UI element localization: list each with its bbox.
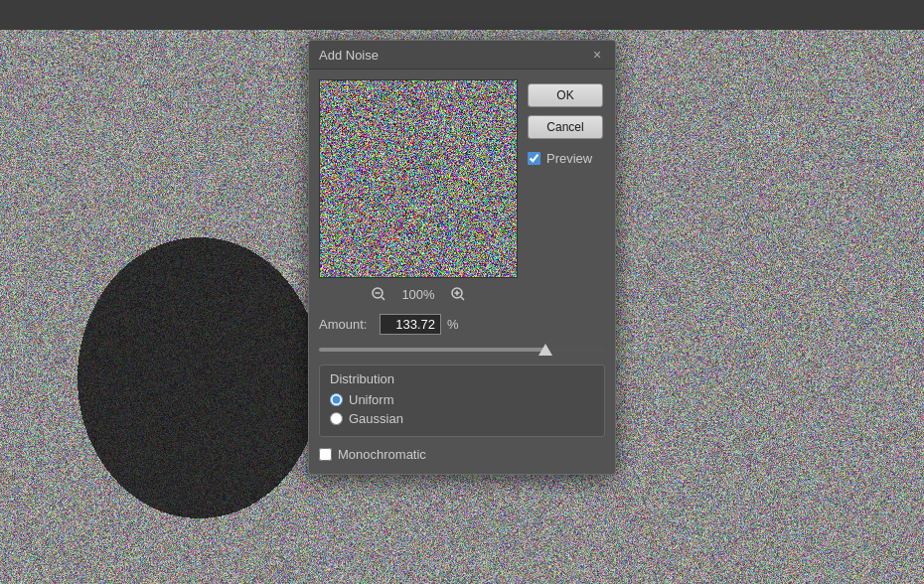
svg-line-4 <box>461 297 464 300</box>
ok-button[interactable]: OK <box>528 83 603 107</box>
distribution-section: Distribution Uniform Gaussian <box>309 365 615 447</box>
monochromatic-label: Monochromatic <box>338 447 426 462</box>
uniform-radio-label[interactable]: Uniform <box>330 392 594 407</box>
monochromatic-checkbox[interactable] <box>319 448 332 461</box>
noise-preview-canvas <box>320 80 518 278</box>
close-button[interactable]: × <box>589 47 605 63</box>
preview-checkbox[interactable] <box>528 152 540 165</box>
svg-line-1 <box>382 297 385 300</box>
zoom-controls: 100% <box>367 284 470 304</box>
amount-slider-wrapper <box>319 341 605 359</box>
percent-symbol: % <box>447 317 459 332</box>
amount-label: Amount: <box>319 317 374 332</box>
zoom-in-button[interactable] <box>446 284 470 304</box>
gaussian-radio-label[interactable]: Gaussian <box>330 411 594 426</box>
dialog-titlebar: Add Noise × <box>309 41 615 70</box>
dialog-body: 100% OK Cancel Preview <box>309 70 615 314</box>
dialog-overlay: Add Noise × 100% <box>0 0 924 584</box>
dialog-title: Add Noise <box>319 48 379 63</box>
preview-label: Preview <box>546 151 592 166</box>
uniform-label: Uniform <box>349 392 394 407</box>
preview-checkbox-label[interactable]: Preview <box>528 151 603 166</box>
zoom-out-button[interactable] <box>367 284 390 304</box>
monochromatic-section: Monochromatic <box>309 447 615 474</box>
amount-input[interactable] <box>380 314 441 335</box>
uniform-radio[interactable] <box>330 393 343 406</box>
amount-row: Amount: % <box>319 314 605 335</box>
amount-slider-track <box>319 348 605 352</box>
preview-area <box>319 79 518 278</box>
gaussian-radio[interactable] <box>330 412 343 425</box>
cancel-button[interactable]: Cancel <box>528 115 603 139</box>
distribution-title: Distribution <box>330 371 594 386</box>
add-noise-dialog: Add Noise × 100% <box>308 40 616 475</box>
left-panel: 100% <box>319 79 518 304</box>
amount-slider-thumb[interactable] <box>539 344 552 356</box>
gaussian-label: Gaussian <box>349 411 403 426</box>
distribution-box: Distribution Uniform Gaussian <box>319 365 605 437</box>
zoom-level-label: 100% <box>398 287 438 302</box>
amount-section: Amount: % <box>309 314 615 365</box>
right-panel: OK Cancel Preview <box>528 79 603 304</box>
